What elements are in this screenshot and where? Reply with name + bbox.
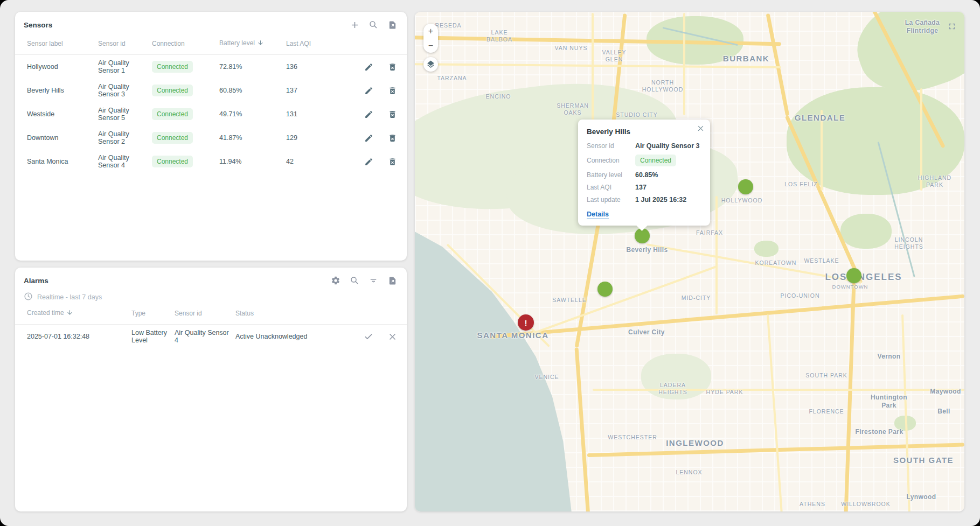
map-label: ATHENS: [800, 501, 825, 508]
settings-icon[interactable]: [330, 275, 342, 286]
cell-aqi: 129: [283, 126, 337, 150]
alarm-row[interactable]: 2025-07-01 16:32:48 Low Battery Level Ai…: [15, 325, 407, 349]
zoom-in-button[interactable]: +: [423, 24, 438, 38]
map-label: LENNOX: [676, 469, 702, 476]
alert-badge: !: [525, 318, 527, 327]
edit-sensor-button[interactable]: [363, 61, 374, 73]
zoom-out-button[interactable]: −: [423, 38, 438, 53]
col-type[interactable]: Type: [128, 304, 171, 325]
sensor-row-hollywood[interactable]: Hollywood Air Quality Sensor 1 Connected…: [15, 55, 407, 79]
sensor-row-beverly-hills[interactable]: Beverly Hills Air Quality Sensor 3 Conne…: [15, 79, 407, 102]
sensors-title: Sensors: [24, 21, 52, 29]
layers-button[interactable]: [423, 57, 438, 72]
connection-badge: Connected: [152, 132, 193, 144]
export-icon[interactable]: [386, 19, 398, 31]
delete-sensor-button[interactable]: [386, 85, 398, 96]
cell-type: Low Battery Level: [128, 325, 171, 349]
edit-sensor-button[interactable]: [363, 156, 374, 167]
edit-sensor-button[interactable]: [363, 132, 374, 144]
delete-sensor-button[interactable]: [386, 61, 398, 73]
col-connection[interactable]: Connection: [149, 34, 216, 55]
map-label: HIGHLAND PARK: [915, 174, 954, 188]
search-icon[interactable]: [349, 275, 360, 286]
col-status[interactable]: Status: [232, 304, 335, 325]
marker-hollywood[interactable]: [738, 179, 753, 194]
cell-battery: 72.81%: [216, 55, 283, 79]
fullscreen-icon[interactable]: [947, 22, 957, 33]
map-label: SOUTH GATE: [893, 455, 954, 466]
delete-sensor-button[interactable]: [386, 156, 398, 167]
map-label: MID-CITY: [682, 294, 711, 301]
cell-sensor-id: Air Quality Sensor 4: [171, 325, 232, 349]
marker-downtown[interactable]: [846, 268, 861, 283]
close-icon[interactable]: [697, 124, 705, 135]
col-alarm-sensor-id[interactable]: Sensor id: [171, 304, 232, 325]
alarms-title: Alarms: [24, 277, 48, 285]
dashboard: Sensors Sensor label Sensor id Conne: [0, 0, 980, 526]
details-link[interactable]: Details: [587, 211, 609, 219]
sensor-row-westside[interactable]: Westside Air Quality Sensor 5 Connected …: [15, 102, 407, 126]
sensor-row-downtown[interactable]: Downtown Air Quality Sensor 2 Connected …: [15, 126, 407, 150]
map-label: Vernon: [877, 353, 900, 361]
marker-santa-monica-alert[interactable]: !: [518, 314, 534, 331]
map-label: RESEDA: [435, 22, 461, 29]
connection-badge: Connected: [152, 108, 193, 120]
delete-sensor-button[interactable]: [386, 108, 398, 120]
col-sensor-label[interactable]: Sensor label: [15, 34, 95, 55]
acknowledge-button[interactable]: [363, 331, 374, 342]
map-label: VENICE: [534, 374, 559, 381]
map-label: INGLEWOOD: [666, 438, 724, 448]
cell-battery: 60.85%: [216, 79, 283, 102]
map-label: LOS ANGELES: [825, 271, 902, 283]
map-label: WESTCHESTER: [608, 434, 657, 441]
map-label: SAWTELLE: [552, 297, 587, 304]
map-label: WESTLAKE: [804, 257, 839, 264]
sensors-table: Sensor label Sensor id Connection Batter…: [15, 34, 407, 173]
map-label: DOWNTOWN: [832, 284, 868, 290]
map-canvas[interactable]: RESEDA LAKE BALBOA TARZANA ENCINO VAN NU…: [415, 12, 964, 511]
map-road: [715, 196, 718, 314]
sensor-row-santa-monica[interactable]: Santa Monica Air Quality Sensor 4 Connec…: [15, 150, 407, 173]
export-icon[interactable]: [386, 275, 398, 286]
map-park: [840, 214, 892, 249]
connection-badge: Connected: [635, 155, 676, 166]
map-label: HOLLYWOOD: [721, 197, 762, 204]
col-created-time[interactable]: Created time: [15, 304, 128, 325]
sensors-panel: Sensors Sensor label Sensor id Conne: [15, 12, 407, 261]
map-label: HYDE PARK: [706, 389, 743, 396]
sort-desc-icon: [257, 39, 264, 48]
popup-field-value: 1 Jul 2025 16:32: [635, 196, 686, 204]
edit-sensor-button[interactable]: [363, 85, 374, 96]
col-sensor-id[interactable]: Sensor id: [95, 34, 149, 55]
sensor-popup: Beverly Hills Sensor id Air Quality Sens…: [578, 120, 710, 226]
map-label: BURBANK: [723, 54, 769, 64]
cell-battery: 49.71%: [216, 102, 283, 126]
map-label: La Cañada Flintridge: [899, 19, 946, 35]
map-label: GLENDALE: [795, 113, 846, 123]
alarms-panel: Alarms Realtime - last 7 days: [15, 268, 407, 511]
cell-created-time: 2025-07-01 16:32:48: [15, 325, 128, 349]
add-sensor-button[interactable]: [349, 19, 360, 31]
popup-field-value: 137: [635, 184, 647, 191]
filter-icon[interactable]: [367, 275, 379, 286]
popup-title: Beverly Hills: [587, 128, 701, 136]
edit-sensor-button[interactable]: [363, 108, 374, 120]
map-road: [683, 13, 685, 115]
map-road: [592, 13, 594, 121]
map-label: TARZANA: [437, 75, 467, 82]
cell-label: Santa Monica: [15, 150, 95, 173]
connection-badge: Connected: [152, 156, 193, 167]
map-road: [593, 389, 964, 391]
search-icon[interactable]: [367, 19, 379, 31]
col-battery-level[interactable]: Battery level: [216, 34, 283, 55]
delete-sensor-button[interactable]: [386, 132, 398, 144]
map-label: NORTH HOLLYWOOD: [639, 79, 686, 93]
dismiss-button[interactable]: [386, 331, 398, 342]
col-last-aqi[interactable]: Last AQI: [283, 34, 337, 55]
marker-westside[interactable]: [597, 282, 613, 297]
map-label: LAKE BALBOA: [483, 29, 516, 43]
marker-beverly-hills-label: Beverly Hills: [626, 246, 668, 254]
cell-label: Hollywood: [15, 55, 95, 79]
map-label: ENCINO: [486, 93, 511, 100]
cell-status: Active Unacknowledged: [232, 325, 335, 349]
